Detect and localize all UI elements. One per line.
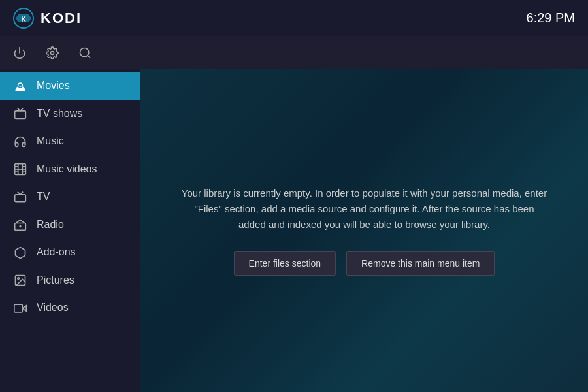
- svg-text:K: K: [21, 16, 26, 23]
- radio-icon: [13, 218, 27, 232]
- music-label: Music: [37, 135, 64, 147]
- addons-label: Add-ons: [37, 246, 76, 258]
- svg-rect-23: [14, 304, 22, 312]
- musicvideos-icon: [13, 163, 27, 176]
- tv-icon: [13, 190, 27, 204]
- sidebar-item-musicvideos[interactable]: Music videos: [0, 155, 140, 184]
- power-icon[interactable]: [13, 45, 26, 59]
- remove-menu-item-button[interactable]: Remove this main menu item: [346, 251, 495, 276]
- svg-rect-16: [15, 194, 26, 201]
- sidebar-item-tv[interactable]: TV: [0, 183, 140, 211]
- svg-line-6: [88, 56, 90, 58]
- sidebar-item-movies[interactable]: Movies: [0, 72, 140, 100]
- svg-rect-7: [15, 111, 26, 119]
- header: K KODI 6:29 PM: [0, 0, 588, 36]
- sidebar-item-pictures[interactable]: Pictures: [0, 267, 140, 295]
- settings-icon[interactable]: [46, 45, 59, 59]
- tvshows-icon: [13, 107, 27, 121]
- svg-point-19: [20, 226, 21, 227]
- radio-label: Radio: [37, 219, 64, 231]
- tvshows-label: TV shows: [37, 108, 82, 120]
- main-area: Movies TV shows Music: [0, 69, 588, 392]
- music-icon: [13, 135, 27, 148]
- kodi-logo-icon: K: [13, 8, 34, 29]
- content-box: Your library is currently empty. In orde…: [182, 186, 547, 276]
- svg-point-4: [51, 51, 54, 54]
- movies-icon: [13, 79, 27, 93]
- videos-icon: [13, 301, 27, 315]
- videos-label: Videos: [37, 302, 69, 314]
- content-area: Your library is currently empty. In orde…: [140, 69, 588, 392]
- pictures-icon: [13, 274, 27, 287]
- header-left: K KODI: [13, 8, 82, 29]
- addons-icon: [13, 246, 27, 259]
- enter-files-button[interactable]: Enter files section: [234, 251, 336, 276]
- sidebar: Movies TV shows Music: [0, 69, 140, 392]
- svg-marker-22: [22, 305, 26, 310]
- app-title: KODI: [41, 10, 82, 27]
- movies-label: Movies: [37, 80, 70, 91]
- musicvideos-label: Music videos: [37, 163, 97, 175]
- sidebar-item-radio[interactable]: Radio: [0, 211, 140, 239]
- tv-label: TV: [37, 191, 50, 203]
- action-buttons: Enter files section Remove this main men…: [182, 251, 547, 276]
- sidebar-item-videos[interactable]: Videos: [0, 294, 140, 322]
- icon-bar: [0, 36, 588, 69]
- clock: 6:29 PM: [527, 10, 575, 25]
- search-icon[interactable]: [78, 45, 91, 59]
- sidebar-item-addons[interactable]: Add-ons: [0, 238, 140, 267]
- pictures-label: Pictures: [37, 274, 74, 286]
- library-empty-message: Your library is currently empty. In orde…: [182, 186, 547, 233]
- sidebar-item-tvshows[interactable]: TV shows: [0, 100, 140, 128]
- svg-point-21: [18, 278, 19, 280]
- sidebar-item-music[interactable]: Music: [0, 127, 140, 155]
